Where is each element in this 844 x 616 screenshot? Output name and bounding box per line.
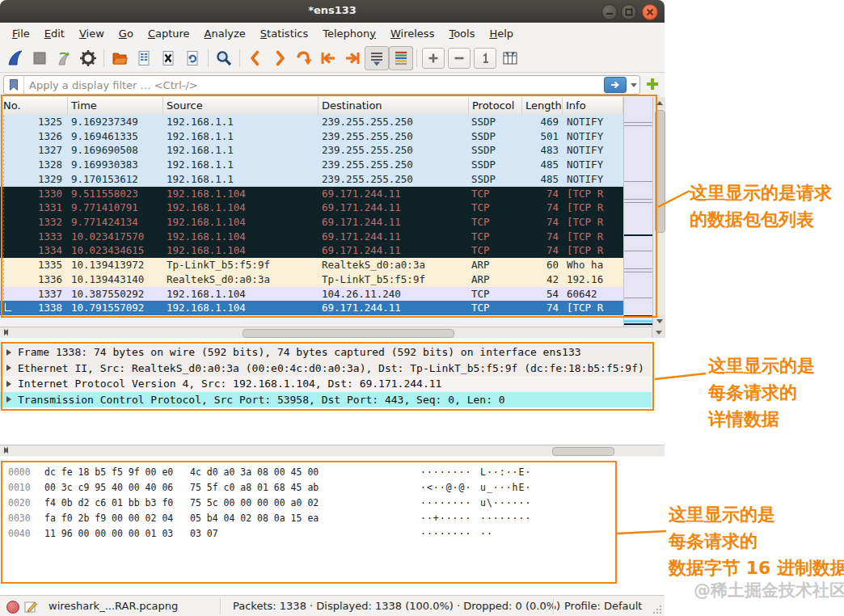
packet-row[interactable]: 1328 9.169930383 192.168.1.1 239.255.255… (0, 158, 623, 172)
profile-label[interactable]: Profile: Default (564, 600, 642, 612)
hscroll-thumb[interactable] (243, 329, 454, 338)
go-back-button[interactable] (243, 46, 268, 70)
expand-arrow-icon[interactable] (6, 349, 11, 356)
expand-arrow-icon[interactable] (6, 365, 11, 371)
apply-filter-button[interactable] (604, 77, 627, 93)
details-row[interactable]: Transmission Control Protocol, Src Port:… (0, 392, 652, 408)
save-file-button[interactable] (132, 46, 156, 70)
zoom-out-button[interactable] (448, 48, 471, 69)
close-file-button[interactable] (156, 46, 180, 70)
expand-arrow-icon[interactable] (6, 396, 11, 403)
menu-item[interactable]: Edit (37, 25, 72, 42)
list-corner-dropdown[interactable] (652, 327, 665, 338)
filter-bar: Apply a display filter … <Ctrl-/> (0, 73, 665, 98)
expand-arrow-icon[interactable] (6, 381, 11, 387)
colorize-button[interactable] (389, 46, 413, 70)
close-button[interactable] (642, 4, 658, 20)
go-to-packet-button[interactable] (292, 46, 316, 70)
maximize-button[interactable] (621, 4, 637, 20)
hex-row[interactable]: 0000 dc fe 18 b5 f5 9f 00 e0 4c d0 a0 3a… (0, 465, 614, 480)
start-capture-button[interactable] (3, 46, 27, 70)
cell-length: 42 (522, 272, 563, 287)
packet-details-pane: Frame 1338: 74 bytes on wire (592 bits),… (0, 338, 665, 445)
hex-row[interactable]: 0020 f4 0b d2 c6 01 bb b3 f0 75 5c 00 00… (0, 496, 614, 511)
packet-row[interactable]: 1327 9.169690508 192.168.1.1 239.255.255… (0, 143, 623, 158)
details-row[interactable]: Ethernet II, Src: RealtekS_d0:a0:3a (00:… (0, 361, 652, 377)
scroll-up-button[interactable] (653, 97, 665, 108)
packet-minimap[interactable] (623, 97, 652, 327)
packet-row[interactable]: 1334 10.023434615 192.168.1.104 69.171.2… (0, 243, 623, 258)
find-packet-button[interactable] (212, 46, 236, 70)
packet-row[interactable]: 1331 9.771410791 192.168.1.104 69.171.24… (0, 200, 623, 215)
auto-scroll-button[interactable] (365, 46, 389, 70)
add-filter-button[interactable] (645, 77, 660, 91)
packet-row[interactable]: 1337 10.387550292 192.168.1.104 104.26.1… (0, 287, 623, 302)
cell-info: NOTIFY (563, 115, 623, 129)
menu-item[interactable]: Telephony (315, 25, 383, 42)
hex-row[interactable]: 0040 11 96 00 00 00 00 01 03 03 07 ·····… (0, 526, 614, 542)
packet-row[interactable]: 1336 10.139443140 RealtekS_d0:a0:3a Tp-L… (0, 272, 623, 287)
column-header-time[interactable]: Time (68, 97, 163, 115)
expert-info-button[interactable] (6, 601, 19, 614)
menu-item[interactable]: Capture (141, 25, 197, 42)
scroll-right-button[interactable] (0, 327, 11, 337)
column-header-length[interactable]: Length (522, 97, 563, 115)
details-row[interactable]: Internet Protocol Version 4, Src: 192.16… (0, 376, 652, 392)
packet-row[interactable]: 1335 10.139413972 Tp-LinkT_b5:f5:9f Real… (0, 258, 623, 272)
packet-row[interactable]: 1338 10.791557092 192.168.1.104 69.171.2… (0, 301, 623, 315)
cell-protocol: TCP (469, 215, 522, 230)
cell-destination: 69.171.244.11 (319, 301, 469, 315)
menu-item[interactable]: Tools (441, 25, 482, 42)
packet-row[interactable]: 1332 9.771424134 192.168.1.104 69.171.24… (0, 215, 623, 230)
menu-item[interactable]: File (5, 25, 37, 42)
go-last-packet-button[interactable] (340, 46, 365, 70)
filter-history-dropdown[interactable] (628, 76, 639, 94)
hex-row[interactable]: 0010 00 3c c9 95 40 00 40 06 75 5f c0 a8… (0, 480, 614, 496)
column-header-protocol[interactable]: Protocol (469, 97, 522, 115)
cell-no: 1336 (0, 272, 68, 287)
hscroll-thumb[interactable] (552, 447, 614, 456)
menu-item[interactable]: Statistics (253, 25, 315, 42)
cell-time: 9.771424134 (68, 215, 163, 230)
stop-capture-button[interactable] (27, 46, 52, 70)
details-row[interactable]: Frame 1338: 74 bytes on wire (592 bits),… (0, 344, 652, 361)
hex-row[interactable]: 0030 fa f0 2b f9 00 00 02 04 05 b4 04 02… (0, 511, 614, 526)
restart-capture-button[interactable] (52, 46, 76, 70)
column-header-no[interactable]: No. (0, 97, 68, 115)
cell-destination: 69.171.244.11 (319, 200, 469, 215)
menu-item[interactable]: View (72, 25, 112, 42)
minimap-line (624, 272, 652, 272)
open-file-button[interactable] (108, 46, 132, 70)
scroll-right-button[interactable] (0, 445, 11, 455)
resize-grip[interactable] (652, 605, 662, 614)
resize-columns-button[interactable] (498, 46, 522, 70)
filter-bookmark-button[interactable] (4, 76, 24, 94)
display-filter-input[interactable]: Apply a display filter … <Ctrl-/> (3, 75, 640, 95)
go-first-packet-button[interactable] (316, 46, 340, 70)
column-header-info[interactable]: Info (563, 97, 623, 115)
column-header-source[interactable]: Source (163, 97, 319, 115)
zoom-100-button[interactable] (474, 48, 496, 69)
packet-row[interactable]: 1330 9.511558023 192.168.1.104 69.171.24… (0, 187, 623, 201)
reload-file-button[interactable] (180, 46, 205, 70)
go-forward-button[interactable] (268, 46, 292, 70)
cell-source: Tp-LinkT_b5:f5:9f (163, 258, 319, 272)
scroll-down-button[interactable] (653, 315, 665, 327)
packet-row[interactable]: 1333 10.023417570 192.168.1.104 69.171.2… (0, 230, 623, 244)
column-header-destination[interactable]: Destination (319, 97, 469, 115)
packet-row[interactable]: 1326 9.169461335 192.168.1.1 239.255.255… (0, 129, 623, 144)
menu-item[interactable]: Go (112, 25, 141, 42)
packet-row[interactable]: 1329 9.170153612 192.168.1.1 239.255.255… (0, 172, 623, 187)
vscroll-thumb[interactable] (655, 110, 665, 233)
minimize-button[interactable] (601, 4, 618, 20)
capture-options-button[interactable] (76, 46, 100, 70)
window-title: *ens133 (0, 4, 665, 16)
packet-list-vscrollbar[interactable] (652, 97, 665, 327)
menu-item[interactable]: Analyze (197, 25, 253, 42)
capture-comment-button[interactable] (24, 600, 38, 616)
zoom-in-button[interactable] (422, 48, 445, 69)
menu-item[interactable]: Help (482, 25, 521, 42)
menu-item[interactable]: Wireless (383, 25, 441, 42)
packet-row[interactable]: 1325 9.169237349 192.168.1.1 239.255.255… (0, 115, 623, 129)
cell-length: 74 (522, 243, 563, 258)
